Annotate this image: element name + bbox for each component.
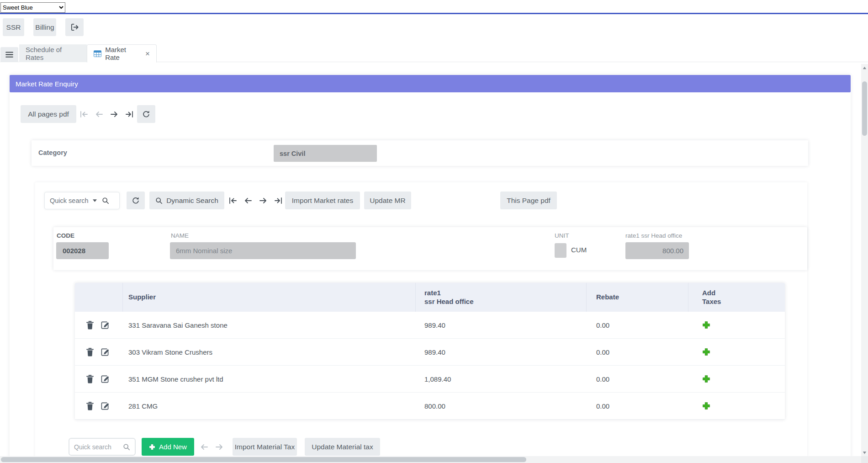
logout-button[interactable] bbox=[65, 18, 84, 36]
category-value-field[interactable]: ssr Civil bbox=[274, 145, 377, 162]
plus-icon bbox=[149, 444, 155, 450]
refresh-icon bbox=[142, 110, 150, 118]
rebate-cell: 0.00 bbox=[587, 375, 688, 383]
supplier-table-body: 331 Saravana Sai Ganesh stone 989.40 0.0… bbox=[75, 312, 785, 420]
search-icon bbox=[102, 197, 109, 204]
supplier-header: Supplier bbox=[123, 283, 416, 312]
vertical-scrollbar[interactable] bbox=[861, 64, 868, 456]
quick-search-input[interactable] bbox=[74, 443, 120, 451]
plus-icon bbox=[702, 348, 710, 356]
horizontal-scrollbar[interactable] bbox=[0, 456, 861, 463]
first-page-button[interactable] bbox=[228, 197, 238, 204]
last-page-button[interactable] bbox=[125, 111, 134, 118]
material-detail-panel: CODE 002028 NAME 6mm Nominal size UNIT C… bbox=[53, 227, 807, 270]
prev-page-icon bbox=[243, 197, 253, 204]
last-page-button[interactable] bbox=[274, 197, 283, 204]
trash-icon bbox=[86, 321, 94, 330]
name-label: NAME bbox=[171, 232, 189, 239]
supplier-cell: 303 Vikram Stone Crushers bbox=[123, 348, 416, 356]
refresh-button[interactable] bbox=[137, 105, 155, 123]
add-tax-cell bbox=[688, 321, 785, 329]
add-tax-button[interactable] bbox=[702, 348, 710, 356]
add-new-label: Add New bbox=[159, 443, 187, 451]
row-actions bbox=[75, 375, 123, 383]
next-page-button[interactable] bbox=[215, 443, 224, 451]
edit-button[interactable] bbox=[101, 321, 109, 329]
top-divider bbox=[0, 13, 868, 14]
dynamic-search-button[interactable]: Dynamic Search bbox=[149, 192, 224, 209]
row-actions bbox=[75, 402, 123, 410]
unit-label: UNIT bbox=[555, 232, 569, 239]
code-field[interactable]: 002028 bbox=[56, 242, 109, 259]
page-title: Market Rate Enquiry bbox=[10, 75, 851, 92]
edit-button[interactable] bbox=[101, 375, 109, 383]
market-rate-tab-icon bbox=[94, 50, 101, 57]
rebate-header: Rebate bbox=[587, 283, 688, 312]
delete-button[interactable] bbox=[86, 402, 94, 410]
plus-icon bbox=[702, 375, 710, 383]
first-page-icon bbox=[79, 111, 89, 118]
last-page-icon bbox=[125, 111, 134, 118]
table-row: 331 Saravana Sai Ganesh stone 989.40 0.0… bbox=[75, 312, 785, 339]
add-tax-button[interactable] bbox=[702, 375, 710, 383]
table-row: 303 Vikram Stone Crushers 989.40 0.00 bbox=[75, 339, 785, 366]
edit-icon bbox=[101, 321, 109, 329]
refresh-icon bbox=[132, 197, 140, 205]
rebate-cell: 0.00 bbox=[587, 348, 688, 356]
delete-button[interactable] bbox=[86, 375, 94, 383]
add-tax-button[interactable] bbox=[702, 321, 710, 329]
tab-market-label: Market Rate bbox=[105, 46, 141, 61]
rebate-cell: 0.00 bbox=[587, 321, 688, 329]
theme-select[interactable]: Sweet Blue bbox=[0, 2, 65, 13]
last-page-icon bbox=[274, 197, 283, 204]
rate-cell: 800.00 bbox=[416, 402, 587, 410]
unit-value: CUM bbox=[571, 246, 587, 254]
all-pages-pdf-button[interactable]: All pages pdf bbox=[21, 105, 76, 123]
code-label: CODE bbox=[57, 232, 74, 239]
next-page-button[interactable] bbox=[110, 111, 119, 118]
tab-schedule-of-rates[interactable]: Schedule of Rates bbox=[19, 44, 87, 62]
refresh-grid-button[interactable] bbox=[127, 192, 145, 209]
supplier-cell: 351 MGM Stone crusher pvt ltd bbox=[123, 375, 416, 383]
update-material-tax-button[interactable]: Update Material tax bbox=[305, 438, 380, 456]
add-tax-cell bbox=[688, 375, 785, 383]
edit-button[interactable] bbox=[101, 348, 109, 356]
trash-icon bbox=[86, 348, 94, 357]
rate1-label: rate1 ssr Head office bbox=[625, 232, 682, 239]
tab-close-icon[interactable]: × bbox=[145, 50, 150, 58]
prev-page-button[interactable] bbox=[95, 111, 104, 118]
add-new-button[interactable]: Add New bbox=[142, 438, 194, 456]
name-field[interactable]: 6mm Nominal size bbox=[170, 242, 356, 259]
search-icon bbox=[123, 443, 130, 451]
import-market-rates-button[interactable]: Import Market rates bbox=[285, 192, 360, 209]
edit-icon bbox=[101, 348, 109, 356]
this-page-pdf-button[interactable]: This Page pdf bbox=[500, 192, 557, 209]
scroll-up-button[interactable] bbox=[861, 64, 868, 71]
update-mr-button[interactable]: Update MR bbox=[364, 192, 411, 209]
tab-market-rate[interactable]: Market Rate × bbox=[87, 44, 157, 63]
unit-code-field[interactable] bbox=[555, 243, 566, 258]
prev-page-button[interactable] bbox=[243, 197, 253, 204]
rate1-field[interactable]: 800.00 bbox=[625, 242, 689, 259]
add-tax-button[interactable] bbox=[702, 402, 710, 410]
scrollbar-corner bbox=[861, 456, 868, 463]
first-page-button[interactable] bbox=[79, 111, 89, 118]
next-page-button[interactable] bbox=[259, 197, 268, 204]
scroll-down-button[interactable] bbox=[861, 449, 868, 456]
quick-search-dropdown-label: Quick search bbox=[50, 197, 89, 204]
billing-button[interactable]: Billing bbox=[33, 18, 56, 36]
ssr-button[interactable]: SSR bbox=[3, 18, 24, 36]
search-icon bbox=[155, 197, 163, 204]
supplier-cell: 331 Saravana Sai Ganesh stone bbox=[123, 321, 416, 329]
import-material-tax-button[interactable]: Import Material Tax bbox=[233, 438, 297, 456]
edit-button[interactable] bbox=[101, 402, 109, 410]
menu-button[interactable] bbox=[0, 47, 18, 62]
quick-search-dropdown[interactable]: Quick search bbox=[44, 192, 120, 209]
delete-button[interactable] bbox=[86, 348, 94, 357]
horizontal-scroll-thumb[interactable] bbox=[1, 457, 526, 462]
delete-button[interactable] bbox=[86, 321, 94, 330]
arrow-down-icon bbox=[863, 451, 867, 454]
category-label: Category bbox=[38, 149, 67, 156]
prev-page-button[interactable] bbox=[200, 443, 209, 451]
vertical-scroll-thumb[interactable] bbox=[862, 81, 867, 136]
